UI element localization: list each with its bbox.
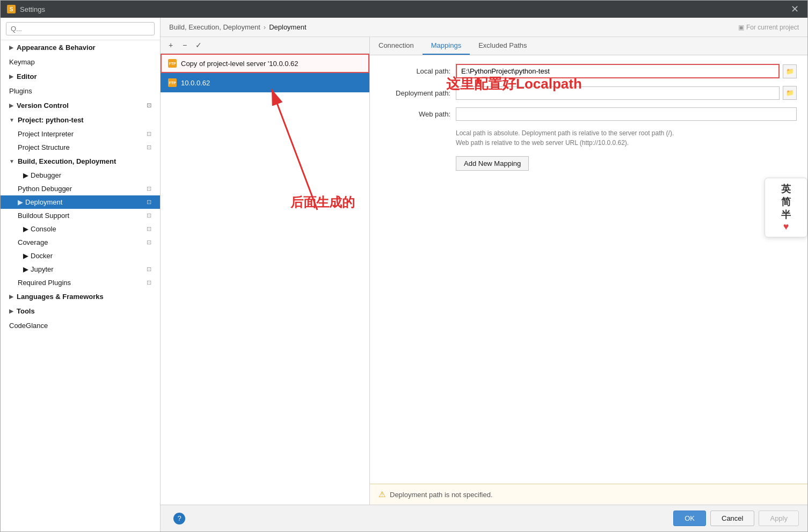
tab-mappings[interactable]: Mappings	[423, 37, 470, 55]
sidebar-item-keymap[interactable]: Keymap	[1, 55, 160, 69]
hint-text: Local path is absolute. Deployment path …	[456, 128, 797, 148]
confirm-button[interactable]: ✓	[193, 39, 205, 51]
title-bar: S Settings ✕	[1, 1, 807, 18]
copy-icon: ⊡	[147, 199, 151, 206]
add-server-button[interactable]: +	[165, 39, 177, 51]
breadcrumb-separator: ›	[264, 23, 266, 31]
sidebar-item-label: Python Debugger	[18, 185, 72, 193]
web-path-row: Web path:	[381, 107, 797, 121]
sidebar-item-label: Deployment	[25, 198, 62, 206]
apply-button[interactable]: Apply	[759, 511, 799, 526]
tab-connection[interactable]: Connection	[370, 37, 423, 55]
local-path-label: Local path:	[381, 67, 450, 75]
web-path-input-wrap	[456, 107, 797, 121]
sidebar-item-label: Coverage	[18, 238, 48, 246]
help-button[interactable]: ?	[173, 513, 185, 524]
server-item-main[interactable]: FTP 10.0.0.62	[161, 73, 369, 92]
sidebar-item-label: Tools	[17, 307, 35, 315]
server-item-label: Copy of project-level server '10.0.0.62	[181, 60, 299, 68]
sidebar-item-label: Project: python-test	[18, 116, 84, 124]
hint-line2: Web path is relative to the web server U…	[456, 139, 629, 147]
sidebar-item-label: Console	[31, 225, 56, 233]
deployment-path-input-wrap: 📁	[456, 86, 797, 100]
sidebar-item-project-interpreter[interactable]: Project Interpreter ⊡	[1, 127, 160, 141]
server-item-copy[interactable]: FTP Copy of project-level server '10.0.0…	[161, 54, 369, 73]
sidebar-item-project-structure[interactable]: Project Structure ⊡	[1, 141, 160, 154]
sidebar-item-deployment[interactable]: ▶ Deployment ⊡	[1, 195, 160, 209]
chevron-right-icon: ▶	[18, 198, 23, 206]
content-area: ▶ Appearance & Behavior Keymap ▶ Editor …	[1, 18, 807, 531]
deployment-path-browse-button[interactable]: 📁	[783, 86, 797, 100]
hint-line1: Local path is absolute. Deployment path …	[456, 129, 674, 137]
sidebar-item-editor[interactable]: ▶ Editor	[1, 69, 160, 84]
warning-text: Deployment path is not specified.	[390, 491, 493, 499]
copy-icon: ⊡	[147, 144, 151, 151]
sidebar-item-docker[interactable]: ▶ Docker	[1, 249, 160, 263]
sidebar-item-label: CodeGlance	[9, 322, 48, 330]
deployment-path-row: Deployment path: 📁	[381, 86, 797, 100]
sidebar-item-build[interactable]: ▼ Build, Execution, Deployment	[1, 154, 160, 169]
right-pane: Connection Mappings Excluded Paths Local…	[370, 37, 807, 505]
chevron-right-icon: ▶	[23, 252, 28, 260]
search-input[interactable]	[6, 22, 155, 35]
close-button[interactable]: ✕	[789, 3, 801, 15]
sidebar-item-languages[interactable]: ▶ Languages & Frameworks	[1, 289, 160, 304]
sidebar-item-label: Plugins	[9, 87, 32, 95]
copy-icon: ⊡	[147, 102, 151, 109]
copy-icon: ⊡	[147, 279, 151, 286]
deployment-path-input[interactable]	[456, 86, 780, 100]
sidebar-item-required-plugins[interactable]: Required Plugins ⊡	[1, 276, 160, 289]
remove-server-button[interactable]: −	[179, 39, 191, 51]
chevron-right-icon: ▶	[9, 103, 13, 108]
chevron-right-icon: ▶	[23, 265, 28, 273]
search-box	[1, 18, 160, 40]
sidebar-item-buildout[interactable]: Buildout Support ⊡	[1, 209, 160, 222]
sidebar-item-label: Jupyter	[31, 265, 54, 273]
sidebar-item-plugins[interactable]: Plugins	[1, 84, 160, 98]
breadcrumb-current: Deployment	[269, 23, 306, 31]
add-new-mapping-button[interactable]: Add New Mapping	[456, 156, 529, 171]
cancel-button[interactable]: Cancel	[710, 511, 754, 526]
server-icon: FTP	[168, 78, 177, 87]
chevron-right-icon: ▶	[23, 225, 28, 233]
sidebar-item-version-control[interactable]: ▶ Version Control ⊡	[1, 98, 160, 113]
warning-bar: ⚠ Deployment path is not specified.	[370, 484, 807, 505]
sidebar-item-label: Editor	[17, 72, 37, 81]
server-toolbar: + − ✓	[161, 37, 369, 54]
mappings-content: Local path: 📁 Deployment path: 📁	[370, 55, 807, 484]
copy-icon: ⊡	[147, 185, 151, 192]
sidebar-item-label: Docker	[31, 252, 53, 260]
chevron-right-icon: ▶	[9, 294, 13, 300]
chevron-down-icon: ▼	[9, 117, 14, 123]
local-path-input[interactable]	[456, 64, 780, 78]
local-path-browse-button[interactable]: 📁	[783, 64, 797, 78]
sidebar: ▶ Appearance & Behavior Keymap ▶ Editor …	[1, 18, 161, 531]
copy-icon: ⊡	[147, 130, 151, 137]
window-title: Settings	[20, 5, 789, 13]
left-pane: + − ✓ FTP Copy of project-level server '…	[161, 37, 370, 505]
sidebar-item-console[interactable]: ▶ Console ⊡	[1, 222, 160, 236]
app-icon-text: S	[10, 6, 13, 12]
copy-icon: ⊡	[147, 239, 151, 246]
copy-icon: ⊡	[147, 266, 151, 273]
local-path-input-wrap: 📁	[456, 64, 797, 78]
sidebar-item-label: Languages & Frameworks	[17, 293, 104, 301]
tab-excluded-paths[interactable]: Excluded Paths	[470, 37, 535, 55]
breadcrumb: Build, Execution, Deployment › Deploymen…	[161, 18, 807, 37]
ok-button[interactable]: OK	[673, 511, 706, 526]
sidebar-item-label: Version Control	[17, 101, 69, 110]
sidebar-item-jupyter[interactable]: ▶ Jupyter ⊡	[1, 263, 160, 276]
settings-window: S Settings ✕ ▶ Appearance & Behavior Key…	[0, 0, 808, 532]
sidebar-item-label: Appearance & Behavior	[17, 43, 96, 52]
sidebar-item-project[interactable]: ▼ Project: python-test	[1, 113, 160, 127]
web-path-input[interactable]	[456, 107, 797, 121]
sidebar-item-codeglance[interactable]: CodeGlance	[1, 318, 160, 333]
sidebar-item-label: Project Structure	[18, 143, 70, 151]
sidebar-item-label: Project Interpreter	[18, 130, 74, 138]
sidebar-item-appearance[interactable]: ▶ Appearance & Behavior	[1, 40, 160, 55]
sidebar-item-debugger[interactable]: ▶ Debugger	[1, 169, 160, 182]
server-list: FTP Copy of project-level server '10.0.0…	[161, 54, 369, 505]
sidebar-item-tools[interactable]: ▶ Tools	[1, 304, 160, 318]
sidebar-item-coverage[interactable]: Coverage ⊡	[1, 236, 160, 249]
sidebar-item-python-debugger[interactable]: Python Debugger ⊡	[1, 182, 160, 195]
